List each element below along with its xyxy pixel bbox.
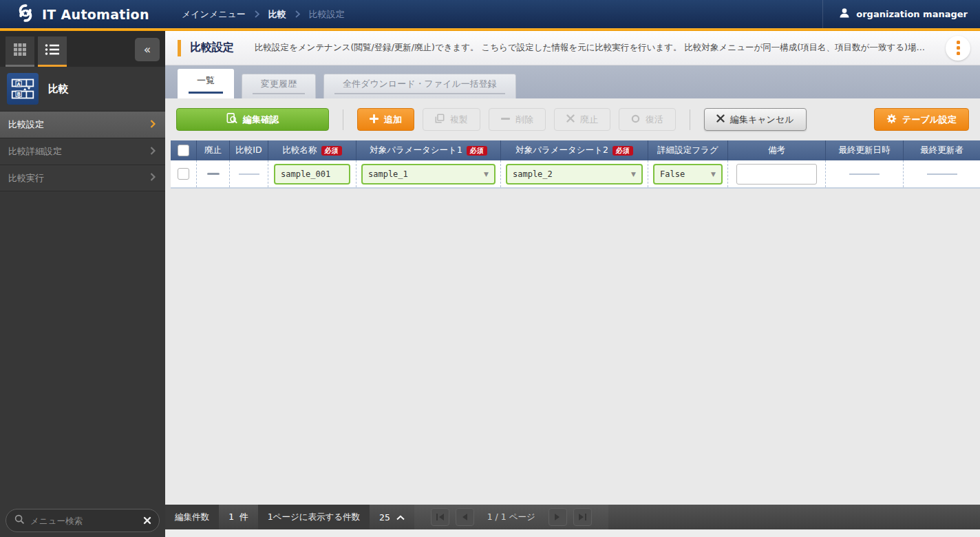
magnifier-document-icon <box>226 113 237 126</box>
col-target-sheet1: 対象パラメータシート1必須 <box>356 140 501 160</box>
table-settings-label: テーブル設定 <box>902 114 957 126</box>
page-menu-button[interactable] <box>946 36 970 61</box>
row-last-updater-cell <box>904 160 980 187</box>
compare-name-input[interactable] <box>274 164 350 185</box>
empty-line <box>849 173 880 175</box>
table-settings-button[interactable]: テーブル設定 <box>874 108 969 131</box>
tab-label: 全件ダウンロード・ファイル一括登録 <box>343 78 497 90</box>
breadcrumb-compare[interactable]: 比較 <box>268 8 286 21</box>
edit-count-value-text: 1 件 <box>228 511 248 523</box>
per-page-label-text: 1ページに表示する件数 <box>268 512 360 523</box>
compare-group-icon: A B <box>7 73 39 105</box>
tab-change-history[interactable]: 変更履歴 <box>242 74 316 98</box>
discard-button[interactable]: 廃止 <box>554 108 610 131</box>
select-all-cell <box>171 140 197 160</box>
user-name: organization manager <box>856 9 968 19</box>
required-badge: 必須 <box>321 146 342 156</box>
per-page-select[interactable]: 25 <box>370 505 414 529</box>
add-button[interactable]: 追加 <box>357 108 414 131</box>
breadcrumb-main-menu[interactable]: メインメニュー <box>182 8 246 21</box>
edit-count-label: 編集件数 <box>165 505 219 529</box>
sheet1-select[interactable]: sample_1 ▼ <box>361 164 496 185</box>
sidebar: « A B <box>0 31 165 537</box>
sidebar-collapse-button[interactable]: « <box>135 38 160 61</box>
edit-cancel-button[interactable]: 編集キャンセル <box>704 108 807 131</box>
empty-line <box>239 173 259 175</box>
sidebar-tabs: « <box>0 31 165 67</box>
sidebar-item-compare-settings[interactable]: 比較設定 <box>0 111 165 138</box>
required-badge: 必須 <box>467 146 487 156</box>
sidebar-item-label: 比較設定 <box>8 118 44 131</box>
app-logo[interactable]: IT Automation <box>0 0 165 28</box>
edit-confirm-label: 編集確認 <box>243 114 279 126</box>
x-icon <box>566 114 575 125</box>
sidebar-group-title: 比較 <box>48 83 69 96</box>
breadcrumb: メインメニュー 比較 比較設定 <box>165 0 345 28</box>
chevron-right-icon <box>150 173 156 183</box>
page-description: 比較設定をメンテナンス(閲覧/登録/更新/廃止)できます。 こちらで設定した情報… <box>255 42 939 54</box>
view-tab-bar: 一覧 変更履歴 全件ダウンロード・ファイル一括登録 <box>165 65 980 98</box>
tab-underline <box>189 92 223 94</box>
app-header: IT Automation メインメニュー 比較 比較設定 organizati… <box>0 0 980 28</box>
sidebar-tab-list[interactable] <box>38 36 67 67</box>
sidebar-group-header: A B 比較 <box>0 67 165 111</box>
pagination: 1 / 1 ページ <box>414 505 608 529</box>
main-content: 比較設定 比較設定をメンテナンス(閲覧/登録/更新/廃止)できます。 こちらで設… <box>165 31 980 537</box>
table-row: sample_1 ▼ sample_2 ▼ False ▼ <box>171 160 980 189</box>
row-select-cell <box>171 160 197 187</box>
bottom-bar-spacer <box>608 505 980 529</box>
per-page-value: 25 <box>379 512 390 523</box>
user-menu[interactable]: organization manager <box>822 0 980 28</box>
note-input[interactable] <box>736 164 817 185</box>
empty-dash <box>207 173 220 175</box>
row-detail-flag-cell: False ▼ <box>648 160 728 187</box>
toolbar-divider <box>690 109 690 130</box>
col-label: 対象パラメータシート2 <box>515 145 608 156</box>
sheet2-select[interactable]: sample_2 ▼ <box>506 164 643 185</box>
first-page-button[interactable] <box>431 508 449 526</box>
kebab-dot <box>957 52 960 55</box>
chevron-right-icon <box>150 147 156 157</box>
chevron-up-icon <box>396 512 405 523</box>
col-label: 備考 <box>768 145 785 156</box>
sidebar-item-label: 比較実行 <box>8 172 44 185</box>
breadcrumb-compare-settings: 比較設定 <box>309 8 345 21</box>
empty-line <box>927 173 957 175</box>
discard-label: 廃止 <box>580 114 598 126</box>
clear-search-icon[interactable] <box>143 516 151 525</box>
col-detail-flag: 詳細設定フラグ <box>648 140 728 160</box>
row-last-updated-cell <box>826 160 904 187</box>
grid-icon <box>13 43 27 59</box>
tab-label: 変更履歴 <box>261 78 297 90</box>
sidebar-item-compare-detail-settings[interactable]: 比較詳細設定 <box>0 138 165 165</box>
select-all-checkbox[interactable] <box>178 145 189 156</box>
per-page-label: 1ページに表示する件数 <box>258 505 370 529</box>
next-page-button[interactable] <box>548 508 567 526</box>
last-page-button[interactable] <box>573 508 592 526</box>
edit-confirm-button[interactable]: 編集確認 <box>176 108 329 131</box>
prev-page-button[interactable] <box>456 508 474 526</box>
sheet2-value: sample_2 <box>513 169 553 179</box>
page-indicator: 1 / 1 ページ <box>487 512 535 523</box>
sheet1-value: sample_1 <box>368 169 408 179</box>
delete-button[interactable]: 削除 <box>489 108 546 131</box>
col-label: 最終更新者 <box>920 145 963 156</box>
sidebar-tab-grid[interactable] <box>6 36 34 67</box>
tab-list[interactable]: 一覧 <box>178 69 234 98</box>
detail-flag-select[interactable]: False ▼ <box>653 164 723 185</box>
tab-label: 一覧 <box>197 74 215 87</box>
menu-search-input[interactable] <box>30 516 138 526</box>
data-table: 廃止 比較ID 比較名称必須 対象パラメータシート1必須 対象パラメータシート2… <box>171 140 980 189</box>
collapse-icon: « <box>144 43 151 56</box>
bottom-strip <box>165 529 980 537</box>
kebab-dot <box>957 41 960 44</box>
restore-button[interactable]: 復活 <box>619 108 676 131</box>
duplicate-label: 複製 <box>450 114 468 126</box>
col-compare-name: 比較名称必須 <box>268 140 356 160</box>
restore-label: 復活 <box>646 114 663 126</box>
row-checkbox[interactable] <box>178 168 189 180</box>
duplicate-button[interactable]: 複製 <box>423 108 480 131</box>
tab-download-bulk-register[interactable]: 全件ダウンロード・ファイル一括登録 <box>323 74 516 98</box>
sidebar-item-compare-execute[interactable]: 比較実行 <box>0 165 165 191</box>
content-filler <box>165 189 980 505</box>
